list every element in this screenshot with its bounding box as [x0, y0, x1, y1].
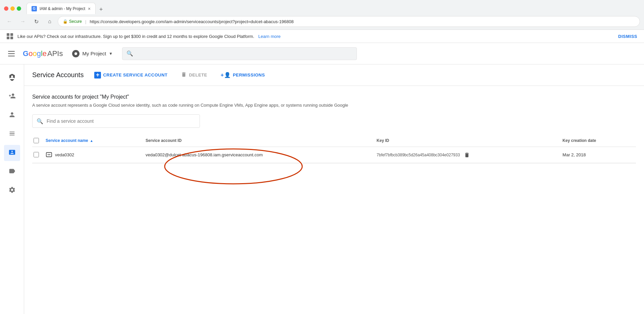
project-name: My Project [82, 51, 106, 56]
forward-button[interactable]: → [17, 16, 28, 27]
google-apis-logo: GoogleAPIs [23, 49, 63, 58]
grid-square [10, 37, 13, 39]
url-separator: | [85, 19, 86, 24]
service-account-icon [46, 152, 52, 157]
browser-chrome: G IAM & admin - My Project × + ← → ↻ ⌂ 🔒… [0, 0, 644, 30]
main-layout: Service Accounts + CREATE SERVICE ACCOUN… [0, 64, 644, 314]
header-search: 🔍 [122, 47, 357, 60]
row-id-cell: veda0302@dulcet-abacus-196808.iam.gservi… [146, 147, 377, 163]
content-area: Service Accounts + CREATE SERVICE ACCOUN… [24, 64, 644, 314]
table-search-icon: 🔍 [37, 118, 43, 124]
home-button[interactable]: ⌂ [44, 16, 55, 27]
delete-button[interactable]: DELETE [178, 69, 210, 81]
tab-title: IAM & admin - My Project [40, 6, 85, 11]
tab-favicon: G [32, 6, 37, 11]
grid-square [7, 33, 9, 36]
home-icon: ⌂ [48, 18, 51, 24]
content-body: Service accounts for project "My Project… [24, 86, 644, 177]
hamburger-menu-button[interactable] [5, 48, 17, 59]
section-title: Service accounts for project "My Project… [32, 94, 636, 100]
row-delete-icon[interactable] [464, 152, 470, 157]
google-o-yellow: o [33, 49, 37, 58]
service-accounts-table: Service account name ▲ Service account I… [32, 135, 636, 163]
account-name-text: veda0302 [55, 152, 74, 157]
google-g-blue: G [23, 49, 29, 58]
secure-badge: 🔒 Secure [63, 19, 82, 24]
browser-toolbar: ← → ↻ ⌂ 🔒 Secure | https://console.devel… [0, 14, 644, 30]
create-service-account-button[interactable]: + CREATE SERVICE ACCOUNT [92, 70, 170, 81]
learn-more-link[interactable]: Learn more [258, 34, 280, 39]
sidebar-item-audit-logs[interactable] [4, 126, 20, 142]
sidebar-item-iam[interactable] [4, 70, 20, 86]
table-header: Service account name ▲ Service account I… [32, 135, 636, 147]
secure-label: Secure [69, 19, 82, 24]
grid-square [7, 37, 9, 39]
browser-titlebar: G IAM & admin - My Project × + [0, 0, 644, 14]
notification-left: Like our APIs? Check out our infrastruct… [7, 33, 281, 39]
hamburger-line [8, 53, 15, 54]
sidebar-item-add-member[interactable] [4, 89, 20, 105]
google-o-red: o [29, 49, 33, 58]
sidebar-item-service-accounts[interactable] [4, 145, 20, 161]
section-description: A service account represents a Google Cl… [32, 103, 435, 108]
sidebar-item-settings[interactable] [4, 182, 20, 199]
svg-point-0 [11, 75, 13, 77]
app-header: GoogleAPIs My Project ▼ 🔍 [0, 43, 644, 64]
active-tab[interactable]: G IAM & admin - My Project × [26, 3, 96, 14]
table-bottom-pagination [32, 163, 636, 169]
table-body: veda0302 veda0302@dulcet-abacus-196808.i… [32, 147, 636, 163]
col-service-account-name[interactable]: Service account name ▲ [46, 135, 146, 147]
refresh-button[interactable]: ↻ [31, 16, 42, 27]
create-icon: + [94, 72, 101, 78]
window-controls [4, 6, 21, 11]
labels-icon [8, 167, 16, 176]
address-bar[interactable]: 🔒 Secure | https://console.developers.go… [58, 16, 640, 27]
select-all-checkbox[interactable] [34, 138, 39, 143]
dismiss-button[interactable]: DISMISS [618, 34, 637, 39]
table-search-input[interactable] [47, 118, 196, 124]
url-host-text: https://console.developers.google.com [90, 19, 164, 24]
google-g-blue2: g [37, 49, 41, 58]
minimize-window-button[interactable] [10, 6, 15, 11]
apis-text: APIs [47, 49, 63, 58]
permissions-label: PERMISSIONS [233, 72, 265, 77]
table-container: Service account name ▲ Service account I… [32, 135, 636, 163]
close-window-button[interactable] [4, 6, 8, 11]
row-checkbox[interactable] [34, 152, 39, 157]
lock-icon: 🔒 [63, 19, 68, 24]
permissions-icon: +👤 [221, 72, 231, 78]
sidebar-item-identity[interactable] [4, 107, 20, 123]
row-name-cell: veda0302 [46, 147, 146, 163]
audit-logs-icon [8, 130, 16, 139]
project-icon [72, 50, 79, 57]
col-key-creation-date: Key creation date [562, 135, 636, 147]
sidebar-item-labels[interactable] [4, 164, 20, 180]
shield-icon [8, 73, 16, 83]
select-all-col [32, 135, 46, 147]
back-button[interactable]: ← [4, 16, 15, 27]
col-key-id: Key ID [377, 135, 562, 147]
permissions-button[interactable]: +👤 PERMISSIONS [218, 70, 268, 80]
table-row: veda0302 veda0302@dulcet-abacus-196808.i… [32, 147, 636, 163]
project-selector[interactable]: My Project ▼ [68, 49, 117, 59]
search-box[interactable]: 🔍 [122, 47, 357, 60]
new-tab-button[interactable]: + [96, 5, 106, 14]
col-service-account-id: Service account ID [146, 135, 377, 147]
row-key-id-cell: 7bfef7bfbcb389bc5d26a45a408bc304e027933 [377, 147, 562, 163]
hamburger-line [8, 56, 15, 56]
maximize-window-button[interactable] [17, 6, 21, 11]
tab-bar: G IAM & admin - My Project × + [26, 3, 106, 14]
forward-icon: → [20, 18, 25, 24]
grid-icon [7, 33, 13, 39]
delete-icon [181, 71, 187, 78]
sidebar [0, 64, 24, 314]
service-account-name: veda0302 [46, 152, 140, 157]
tab-close-button[interactable]: × [88, 6, 91, 11]
notification-banner: Like our APIs? Check out our infrastruct… [0, 30, 644, 43]
service-accounts-icon [8, 149, 16, 158]
header-search-input[interactable] [137, 51, 353, 56]
sort-icon: ▲ [90, 139, 93, 143]
chevron-down-icon: ▼ [109, 51, 113, 56]
delete-label: DELETE [189, 72, 207, 77]
key-id-text: 7bfef7bfbcb389bc5d26a45a408bc304e027933 [377, 153, 460, 157]
